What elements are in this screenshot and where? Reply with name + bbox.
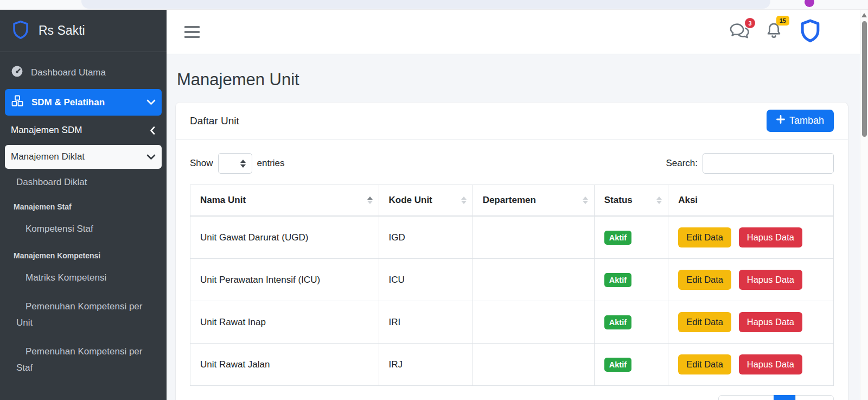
pagination-page-1[interactable]: 1 (774, 395, 796, 400)
table-footer: Showing 1 to 4 of 4 entries Previous 1 N… (190, 395, 834, 400)
sidebar: Rs Sakti Dashboard Utama SDM & Pelatihan… (0, 10, 167, 400)
sort-icon (656, 196, 662, 204)
table-row: Unit Rawat Jalan IRJ Aktif Edit Data Hap… (190, 344, 834, 386)
cubes-icon (11, 95, 24, 110)
bell-icon (765, 33, 782, 42)
status-badge: Aktif (604, 231, 631, 245)
chevron-left-icon (149, 126, 156, 135)
chat-bubbles-icon (728, 32, 750, 41)
entries-select[interactable] (218, 153, 252, 174)
cell-nama-unit: Unit Perawatan Intensif (ICU) (190, 259, 379, 301)
browser-chrome-strip (0, 0, 868, 10)
column-header-departemen[interactable]: Departemen (473, 185, 594, 217)
cell-departemen (473, 259, 594, 301)
gauge-icon (11, 65, 23, 80)
browser-address-bar[interactable] (81, 0, 770, 9)
main-area: 3 15 Manajemen Unit Daftar Unit (167, 10, 868, 400)
table-row: Unit Perawatan Intensif (ICU) ICU Aktif … (190, 259, 834, 301)
hamburger-icon[interactable] (184, 26, 200, 38)
tambah-button[interactable]: Tambah (767, 110, 834, 132)
pagination-next[interactable]: Next (795, 395, 834, 400)
column-header-status[interactable]: Status (594, 185, 668, 217)
sidebar-item-label: Dashboard Utama (31, 67, 106, 78)
table-row: Unit Rawat Inap IRI Aktif Edit Data Hapu… (190, 301, 834, 344)
cell-departemen (473, 344, 594, 386)
browser-profile-avatar[interactable] (805, 0, 814, 7)
notifications-button[interactable]: 15 (765, 21, 782, 42)
entries-label: entries (257, 158, 285, 169)
column-header-nama-unit[interactable]: Nama Unit (190, 185, 379, 217)
sidebar-item-pemenuhan-kompetensi-per-staf[interactable]: Pemenuhan Kompetensi per Staf (5, 339, 162, 381)
edit-data-button[interactable]: Edit Data (678, 354, 731, 374)
status-badge: Aktif (604, 315, 631, 329)
card-body: Show entries Search: (176, 139, 848, 400)
card-header: Daftar Unit Tambah (176, 103, 848, 139)
status-badge: Aktif (604, 273, 631, 287)
content-area: Manajemen Unit Daftar Unit Tambah Show (167, 54, 868, 400)
cell-kode-unit: IGD (379, 216, 473, 259)
column-header-kode-unit[interactable]: Kode Unit (379, 185, 473, 217)
shield-icon (11, 20, 30, 42)
pagination: Previous 1 Next (718, 395, 834, 400)
cell-kode-unit: ICU (379, 259, 473, 301)
sidebar-item-dashboard-diklat[interactable]: Dashboard Diklat (5, 172, 162, 193)
edit-data-button[interactable]: Edit Data (678, 312, 731, 332)
messages-button[interactable]: 3 (728, 22, 750, 42)
sort-icon (583, 196, 588, 204)
sidebar-item-manajemen-diklat[interactable]: Manajemen Diklat (5, 145, 162, 169)
hapus-data-button[interactable]: Hapus Data (739, 270, 802, 290)
sidebar-item-kompetensi-staf[interactable]: Kompetensi Staf (5, 216, 162, 242)
sidebar-item-dashboard-utama[interactable]: Dashboard Utama (5, 59, 162, 86)
plus-icon (776, 115, 785, 126)
sort-icon (367, 196, 373, 204)
edit-data-button[interactable]: Edit Data (678, 227, 731, 247)
sidebar-item-manajemen-sdm[interactable]: Manajemen SDM (5, 118, 162, 142)
sidebar-item-label: SDM & Pelatihan (31, 97, 105, 108)
sidebar-item-label: Dashboard Diklat (16, 177, 87, 188)
hapus-data-button[interactable]: Hapus Data (739, 354, 802, 374)
select-arrows-icon (240, 160, 246, 168)
cell-nama-unit: Unit Rawat Jalan (190, 344, 379, 386)
search-label: Search: (666, 158, 698, 169)
daftar-unit-card: Daftar Unit Tambah Show (176, 103, 848, 400)
cell-kode-unit: IRJ (379, 344, 473, 386)
edit-data-button[interactable]: Edit Data (678, 270, 731, 290)
pagination-previous[interactable]: Previous (718, 395, 774, 400)
status-badge: Aktif (604, 358, 631, 372)
cell-departemen (473, 216, 594, 259)
scrollbar-up-arrow-icon[interactable] (861, 13, 867, 17)
sidebar-item-sdm-pelatihan[interactable]: SDM & Pelatihan (5, 89, 162, 116)
sidebar-item-matriks-kompetensi[interactable]: Matriks Kompetensi (5, 265, 162, 291)
user-avatar[interactable] (797, 19, 823, 45)
brand[interactable]: Rs Sakti (0, 10, 167, 52)
sidebar-header-manajemen-staf: Manajemen Staf (5, 196, 162, 216)
scrollbar-track[interactable] (860, 10, 868, 400)
show-label: Show (190, 158, 213, 169)
sidebar-item-label: Manajemen Diklat (11, 151, 85, 162)
search-input[interactable] (703, 153, 834, 174)
unit-table: Nama Unit Kode Unit Departemen (190, 185, 834, 386)
top-navbar: 3 15 (167, 10, 868, 54)
notification-badge: 15 (776, 16, 789, 26)
chevron-down-icon (146, 99, 156, 106)
card-title: Daftar Unit (190, 115, 239, 127)
chat-badge: 3 (745, 18, 755, 28)
sidebar-header-manajemen-kompetensi: Manajemen Kompetensi (5, 245, 162, 265)
page-title: Manajemen Unit (177, 70, 848, 90)
table-header-row: Nama Unit Kode Unit Departemen (190, 185, 834, 217)
scrollbar-thumb[interactable] (862, 21, 867, 137)
brand-title: Rs Sakti (39, 23, 85, 38)
cell-kode-unit: IRI (379, 301, 473, 344)
sidebar-item-label: Manajemen SDM (11, 125, 82, 136)
column-header-aksi: Aksi (668, 185, 834, 217)
chevron-down-icon (146, 154, 156, 161)
table-controls: Show entries Search: (190, 153, 834, 174)
hapus-data-button[interactable]: Hapus Data (739, 227, 802, 247)
hapus-data-button[interactable]: Hapus Data (739, 312, 802, 332)
shield-avatar-icon (798, 18, 822, 46)
cell-nama-unit: Unit Gawat Darurat (UGD) (190, 216, 379, 259)
sort-icon (461, 196, 467, 204)
sidebar-item-pemenuhan-kompetensi-per-unit[interactable]: Pemenuhan Kompetensi per Unit (5, 294, 162, 336)
sidebar-menu: Dashboard Utama SDM & Pelatihan Manajeme… (0, 52, 167, 381)
cell-departemen (473, 301, 594, 344)
